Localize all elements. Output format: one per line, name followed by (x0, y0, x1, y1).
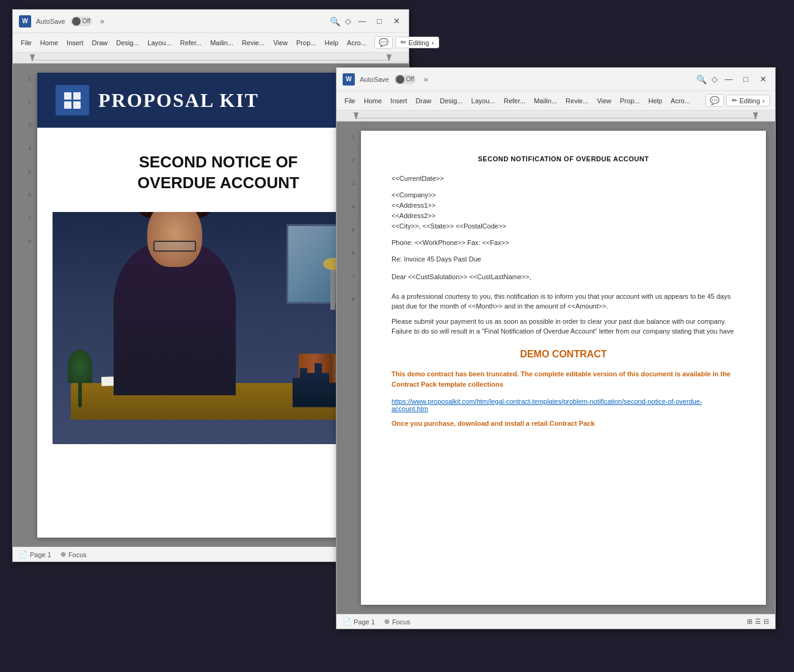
word-icon-front: W (343, 73, 355, 86)
ruler-marker-right-back (387, 54, 392, 62)
side-margin-front: 1 2 3 4 5 6 7 8 (346, 131, 361, 605)
pk-square-3 (64, 101, 71, 109)
chevron-down-icon-back: › (432, 39, 434, 46)
page-icon-back: 📄 (19, 550, 27, 558)
focus-label-front: Focus (392, 618, 410, 626)
side-margin-back: 1 2 3 4 5 6 7 8 (22, 73, 37, 538)
pk-square-2 (73, 92, 81, 100)
menu-insert-back[interactable]: Insert (64, 38, 87, 48)
minimize-btn-front[interactable]: — (723, 73, 735, 86)
address2-field: <<Address2>> (392, 212, 735, 219)
doc-re-section: Re: Invoice 45 Days Past Due (392, 255, 735, 263)
layout-icon-1-front[interactable]: ⊞ (747, 618, 752, 626)
scene-plants (65, 352, 95, 407)
pk-title-text: PROPOSAL KIT (98, 89, 259, 112)
editing-label-front: Editing (740, 97, 760, 104)
menu-help-back[interactable]: Help (321, 38, 341, 48)
ruler-line-back (31, 60, 390, 60)
scene-glasses (153, 241, 196, 252)
menu-file-back[interactable]: File (18, 38, 35, 48)
scene-face (147, 212, 202, 267)
focus-btn-back[interactable]: ⊕ Focus (60, 550, 87, 558)
title-bar-front: W AutoSave Off » 🔍 ◇ — □ ✕ (337, 68, 775, 91)
page-indicator-front: 📄 Page 1 (343, 618, 375, 626)
layout-icon-2-front[interactable]: ☰ (755, 618, 761, 626)
menu-design-front[interactable]: Desig... (437, 96, 465, 106)
menu-file-front[interactable]: File (341, 96, 359, 106)
title-bar-controls-front: 🔍 ◇ — □ ✕ (696, 73, 769, 86)
status-bar-front: 📄 Page 1 ⊕ Focus ⊞ ☰ ⊟ (337, 614, 775, 629)
menu-review-back[interactable]: Revie... (239, 38, 268, 48)
page-number-back: Page 1 (30, 551, 51, 558)
diamond-icon-front: ◇ (712, 75, 718, 84)
ruler-marker-front (354, 112, 359, 120)
comment-btn-back[interactable]: 💬 (374, 36, 393, 49)
comment-btn-front[interactable]: 💬 (705, 94, 724, 107)
editing-btn-back[interactable]: ✏ Editing › (395, 37, 439, 48)
menu-help-front[interactable]: Help (645, 96, 665, 106)
ribbon-back: File Home Insert Draw Desig... Layou... … (13, 33, 409, 53)
ruler-front (337, 111, 775, 122)
menu-mailings-front[interactable]: Mailin... (531, 96, 560, 106)
title-bar-controls: 🔍 ◇ — □ ✕ (330, 15, 402, 27)
search-icon-back[interactable]: 🔍 (330, 16, 340, 26)
maximize-btn-front[interactable]: □ (740, 73, 752, 86)
pencil-icon-front: ✏ (732, 97, 737, 104)
title-bar-back: W AutoSave Off » 🔍 ◇ — □ ✕ (13, 10, 409, 33)
editing-btn-front[interactable]: ✏ Editing › (726, 95, 770, 106)
pk-logo-inner (64, 92, 81, 109)
company-field: <<Company>> (392, 191, 735, 199)
city-state-zip-field: <<City>>, <<State>> <<PostalCode>> (392, 222, 735, 230)
ruler-marker-right-front (753, 112, 758, 120)
title-bar-left: W AutoSave Off » (19, 15, 175, 27)
close-btn-front[interactable]: ✕ (757, 73, 769, 86)
menu-references-back[interactable]: Refer... (177, 38, 205, 48)
pk-logo-box (56, 85, 89, 115)
maximize-btn-back[interactable]: □ (373, 15, 385, 27)
autosave-toggle-front[interactable]: Off (394, 75, 416, 84)
doc-heading: SECOND NOTIFICATION OF OVERDUE ACCOUNT (392, 155, 735, 163)
focus-icon-back: ⊕ (60, 550, 66, 558)
date-field: <<CurrentDate>> (392, 175, 735, 182)
diamond-icon-back: ◇ (345, 16, 351, 26)
menu-layout-front[interactable]: Layou... (468, 96, 498, 106)
menu-insert-front[interactable]: Insert (387, 96, 410, 106)
menu-home-front[interactable]: Home (361, 96, 385, 106)
demo-link[interactable]: https://www.proposalkit.com/htm/legal-co… (392, 398, 735, 412)
body-para-2: Please submit your payment to us as soon… (392, 316, 735, 337)
page-number-front: Page 1 (354, 618, 375, 626)
menu-view-front[interactable]: View (594, 96, 614, 106)
menu-draw-front[interactable]: Draw (413, 96, 435, 106)
doc-dear-section: Dear <<CustSalutation>> <<CustLastName>>… (392, 272, 735, 282)
menu-properties-back[interactable]: Prop... (293, 38, 319, 48)
menu-draw-back[interactable]: Draw (89, 38, 111, 48)
pencil-icon-back: ✏ (401, 38, 406, 46)
demo-body-text: This demo contract has been truncated. T… (392, 369, 735, 390)
menu-acrobat-front[interactable]: Acro... (668, 96, 693, 106)
word-icon-back: W (19, 15, 31, 27)
autosave-label-front: AutoSave (360, 76, 389, 83)
focus-btn-front[interactable]: ⊕ Focus (384, 618, 410, 626)
search-icon-front[interactable]: 🔍 (696, 75, 707, 84)
demo-footer-text: Once you purchase, download and install … (392, 420, 735, 427)
menu-home-back[interactable]: Home (37, 38, 61, 48)
menu-view-back[interactable]: View (270, 38, 291, 48)
menu-layout-back[interactable]: Layou... (145, 38, 175, 48)
minimize-btn-back[interactable]: — (356, 15, 368, 27)
chevron-down-icon-front: › (762, 97, 765, 104)
autosave-label-back: AutoSave (36, 18, 65, 25)
autosave-toggle-back[interactable]: Off (70, 16, 92, 26)
layout-icon-3-front[interactable]: ⊟ (763, 618, 769, 626)
ruler-marker-back (30, 54, 35, 62)
page-front: SECOND NOTIFICATION OF OVERDUE ACCOUNT <… (361, 131, 766, 605)
ruler-back (13, 53, 409, 64)
layout-icons-front: ⊞ ☰ ⊟ (747, 618, 769, 626)
menu-design-back[interactable]: Desig... (113, 38, 142, 48)
menu-mailings-back[interactable]: Mailin... (207, 38, 236, 48)
close-btn-back[interactable]: ✕ (390, 15, 402, 27)
phone-field: Phone: <<WorkPhone>> Fax: <<Fax>> (392, 239, 735, 246)
menu-review-front[interactable]: Revie... (563, 96, 591, 106)
menu-acrobat-back[interactable]: Acro... (344, 38, 370, 48)
menu-properties-front[interactable]: Prop... (617, 96, 643, 106)
menu-references-front[interactable]: Refer... (501, 96, 528, 106)
